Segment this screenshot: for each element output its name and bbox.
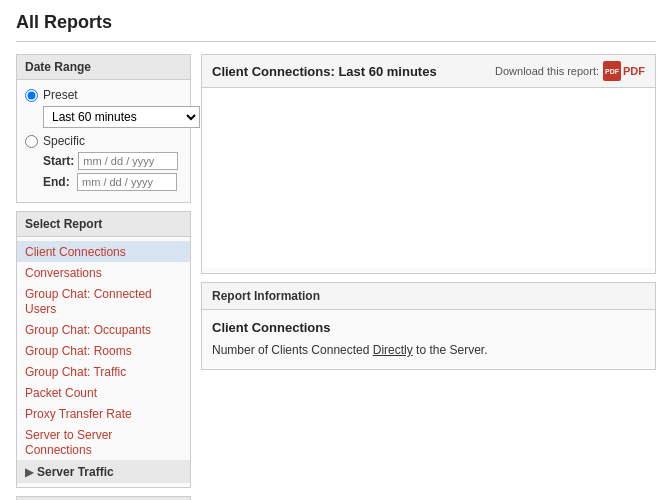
- report-item-packet-count[interactable]: Packet Count: [17, 382, 190, 403]
- report-info-box: Report Information Client Connections Nu…: [201, 282, 656, 370]
- report-item-group-chat-rooms[interactable]: Group Chat: Rooms: [17, 340, 190, 361]
- download-report-label: Download this report:: [495, 65, 599, 77]
- download-report-area: Download this report: PDF PDF: [495, 61, 645, 81]
- preset-row: Preset: [25, 88, 182, 102]
- end-date-input[interactable]: [77, 173, 177, 191]
- end-label: End:: [43, 175, 73, 189]
- report-item-conversations[interactable]: Conversations: [17, 262, 190, 283]
- report-link-proxy-transfer-rate[interactable]: Proxy Transfer Rate: [25, 407, 132, 421]
- preset-label: Preset: [43, 88, 78, 102]
- start-label: Start:: [43, 154, 74, 168]
- download-report-pdf-link[interactable]: PDF PDF: [603, 61, 645, 81]
- report-view-header: Client Connections: Last 60 minutes Down…: [202, 55, 655, 88]
- report-link-conversations[interactable]: Conversations: [25, 266, 102, 280]
- report-info-desc: Number of Clients Connected Directly to …: [212, 341, 645, 359]
- report-item-server-to-server[interactable]: Server to Server Connections: [17, 424, 190, 460]
- report-view-box: Client Connections: Last 60 minutes Down…: [201, 54, 656, 274]
- date-range-content: Preset Last 60 minutes Last 24 hours Las…: [17, 80, 190, 202]
- report-link-server-traffic[interactable]: ▶Server Traffic: [25, 465, 114, 479]
- report-view-title: Client Connections: Last 60 minutes: [212, 64, 437, 79]
- select-report-box: Select Report Client Connections Convers…: [16, 211, 191, 488]
- report-info-name: Client Connections: [212, 320, 645, 335]
- highlight-directly: Directly: [373, 343, 413, 357]
- report-info-header: Report Information: [202, 283, 655, 310]
- report-item-client-connections[interactable]: Client Connections: [17, 241, 190, 262]
- report-list: Client Connections Conversations Group C…: [17, 237, 190, 487]
- right-panel: Client Connections: Last 60 minutes Down…: [201, 54, 656, 370]
- report-link-server-to-server[interactable]: Server to Server Connections: [25, 428, 112, 457]
- page-title: All Reports: [16, 12, 656, 42]
- main-layout: Date Range Preset Last 60 minutes Last 2…: [16, 54, 656, 500]
- report-link-group-chat-traffic[interactable]: Group Chat: Traffic: [25, 365, 126, 379]
- date-range-box: Date Range Preset Last 60 minutes Last 2…: [16, 54, 191, 203]
- left-panel: Date Range Preset Last 60 minutes Last 2…: [16, 54, 191, 500]
- report-link-group-chat-occupants[interactable]: Group Chat: Occupants: [25, 323, 151, 337]
- download-report-pdf-label: PDF: [623, 65, 645, 77]
- end-date-row: End:: [43, 173, 182, 191]
- report-item-group-chat-connected-users[interactable]: Group Chat: Connected Users: [17, 283, 190, 319]
- select-report-header: Select Report: [17, 212, 190, 237]
- server-traffic-arrow: ▶: [25, 466, 33, 478]
- page-wrapper: All Reports Date Range Preset Last 60 mi…: [0, 0, 672, 500]
- report-item-group-chat-traffic[interactable]: Group Chat: Traffic: [17, 361, 190, 382]
- date-range-header: Date Range: [17, 55, 190, 80]
- report-link-packet-count[interactable]: Packet Count: [25, 386, 97, 400]
- report-link-group-chat-rooms[interactable]: Group Chat: Rooms: [25, 344, 132, 358]
- report-link-group-chat-connected-users[interactable]: Group Chat: Connected Users: [25, 287, 152, 316]
- report-link-client-connections[interactable]: Client Connections: [25, 245, 126, 259]
- download-all-box: Download All Reports PDF PDF: [16, 496, 191, 500]
- pdf-icon-small: PDF: [603, 61, 621, 81]
- start-date-row: Start:: [43, 152, 182, 170]
- report-item-server-traffic[interactable]: ▶Server Traffic: [17, 460, 190, 483]
- report-view-body: [202, 88, 655, 268]
- report-item-group-chat-occupants[interactable]: Group Chat: Occupants: [17, 319, 190, 340]
- report-item-proxy-transfer-rate[interactable]: Proxy Transfer Rate: [17, 403, 190, 424]
- preset-radio[interactable]: [25, 89, 38, 102]
- preset-select[interactable]: Last 60 minutes Last 24 hours Last 7 day…: [43, 106, 200, 128]
- report-info-body: Client Connections Number of Clients Con…: [202, 310, 655, 369]
- specific-radio[interactable]: [25, 135, 38, 148]
- start-date-input[interactable]: [78, 152, 178, 170]
- specific-row: Specific: [25, 134, 182, 148]
- specific-label: Specific: [43, 134, 85, 148]
